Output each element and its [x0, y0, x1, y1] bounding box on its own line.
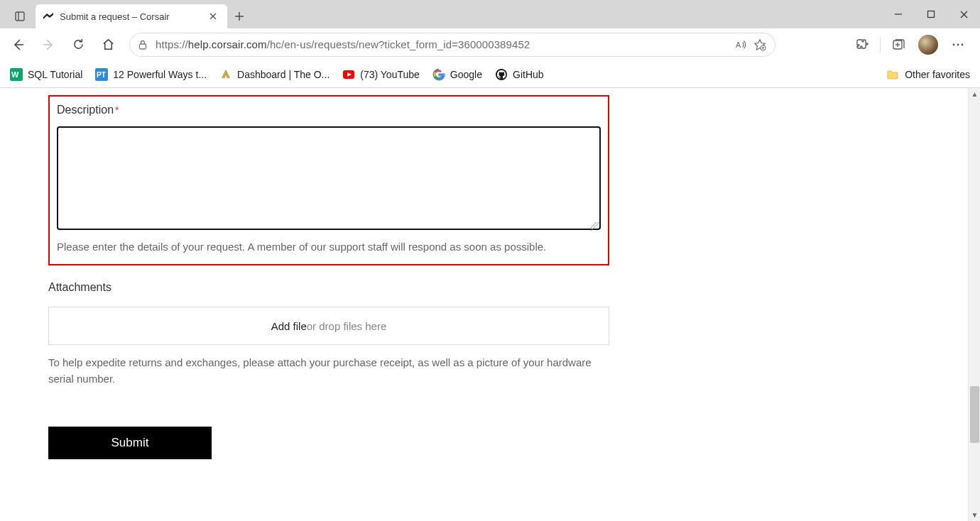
- svg-rect-12: [140, 44, 146, 49]
- bookmark-label: GitHub: [513, 69, 544, 80]
- browser-toolbar: https://help.corsair.com/hc/en-us/reques…: [0, 28, 980, 61]
- svg-point-22: [962, 43, 964, 45]
- scroll-up-arrow[interactable]: ▲: [969, 88, 980, 100]
- other-favorites[interactable]: Other favorites: [886, 68, 970, 81]
- bookmark-label: Google: [450, 69, 482, 80]
- svg-text:A: A: [736, 40, 741, 48]
- svg-point-20: [953, 43, 955, 45]
- home-button[interactable]: [95, 32, 121, 57]
- bookmark-youtube[interactable]: (73) YouTube: [342, 68, 420, 81]
- close-tab-button[interactable]: [206, 11, 220, 22]
- svg-rect-7: [928, 11, 935, 18]
- separator: [880, 37, 881, 53]
- more-menu-button[interactable]: [946, 33, 970, 57]
- description-section-highlight: Description* Please enter the details of…: [48, 95, 609, 265]
- bookmark-google[interactable]: Google: [432, 68, 482, 81]
- request-form: Description* Please enter the details of…: [48, 95, 609, 459]
- description-label: Description*: [57, 104, 601, 116]
- svg-text:W: W: [11, 70, 19, 79]
- bookmark-sql-tutorial[interactable]: W SQL Tutorial: [10, 68, 82, 81]
- bookmark-label: 12 Powerful Ways t...: [113, 69, 207, 80]
- bookmark-label: SQL Tutorial: [28, 69, 82, 80]
- browser-tab[interactable]: Submit a request – Corsair: [36, 4, 227, 28]
- attachments-dropzone[interactable]: Add file or drop files here: [48, 307, 609, 345]
- scroll-thumb[interactable]: [970, 386, 979, 443]
- svg-rect-0: [16, 12, 24, 21]
- pt-icon: PT: [95, 68, 108, 81]
- url-text: https://help.corsair.com/hc/en-us/reques…: [156, 38, 728, 50]
- favorite-icon[interactable]: [753, 38, 766, 51]
- corsair-favicon: [43, 11, 54, 22]
- tab-actions-button[interactable]: [4, 4, 36, 28]
- address-bar[interactable]: https://help.corsair.com/hc/en-us/reques…: [129, 33, 775, 57]
- titlebar: Submit a request – Corsair: [0, 0, 980, 28]
- bookmark-label: Dashboard | The O...: [237, 69, 330, 80]
- vertical-scrollbar[interactable]: ▲ ▼: [968, 88, 980, 521]
- folder-icon: [886, 68, 899, 81]
- toolbar-right: [850, 33, 974, 57]
- odin-icon: [219, 68, 232, 81]
- page-content: Description* Please enter the details of…: [0, 88, 968, 521]
- svg-point-21: [957, 43, 959, 45]
- lock-icon: [137, 39, 148, 50]
- minimize-button[interactable]: [882, 0, 915, 28]
- resize-handle[interactable]: [591, 222, 599, 231]
- back-button[interactable]: [6, 32, 31, 57]
- attachments-help-text: To help expedite returns and exchanges, …: [48, 355, 609, 387]
- google-icon: [432, 68, 445, 81]
- description-textarea[interactable]: [57, 126, 601, 230]
- window-close-button[interactable]: [947, 0, 980, 28]
- tab-strip: Submit a request – Corsair: [0, 4, 251, 28]
- tab-title: Submit a request – Corsair: [60, 11, 170, 22]
- new-tab-button[interactable]: [227, 4, 251, 28]
- attachments-label: Attachments: [48, 281, 609, 294]
- extensions-icon[interactable]: [850, 33, 874, 57]
- add-file-link[interactable]: Add file: [271, 320, 307, 332]
- bookmark-label: (73) YouTube: [360, 69, 420, 80]
- svg-text:PT: PT: [97, 71, 106, 79]
- scroll-down-arrow[interactable]: ▼: [969, 509, 980, 521]
- collections-icon[interactable]: [886, 33, 910, 57]
- required-star: *: [115, 104, 119, 116]
- w3-icon: W: [10, 68, 23, 81]
- github-icon: [495, 68, 508, 81]
- refresh-button[interactable]: [65, 32, 91, 57]
- or-drop-text: or drop files here: [307, 320, 387, 332]
- forward-button[interactable]: [36, 32, 61, 57]
- bookmark-label: Other favorites: [905, 69, 970, 80]
- bookmarks-bar: W SQL Tutorial PT 12 Powerful Ways t... …: [0, 61, 980, 88]
- bookmark-powerful-ways[interactable]: PT 12 Powerful Ways t...: [95, 68, 207, 81]
- bookmark-github[interactable]: GitHub: [495, 68, 544, 81]
- description-help-text: Please enter the details of your request…: [57, 241, 601, 253]
- profile-avatar[interactable]: [916, 33, 940, 57]
- maximize-button[interactable]: [915, 0, 947, 28]
- read-aloud-icon[interactable]: A: [735, 38, 748, 51]
- youtube-icon: [342, 68, 355, 81]
- submit-button[interactable]: Submit: [48, 427, 212, 459]
- bookmark-dashboard[interactable]: Dashboard | The O...: [219, 68, 330, 81]
- window-controls: [882, 0, 980, 28]
